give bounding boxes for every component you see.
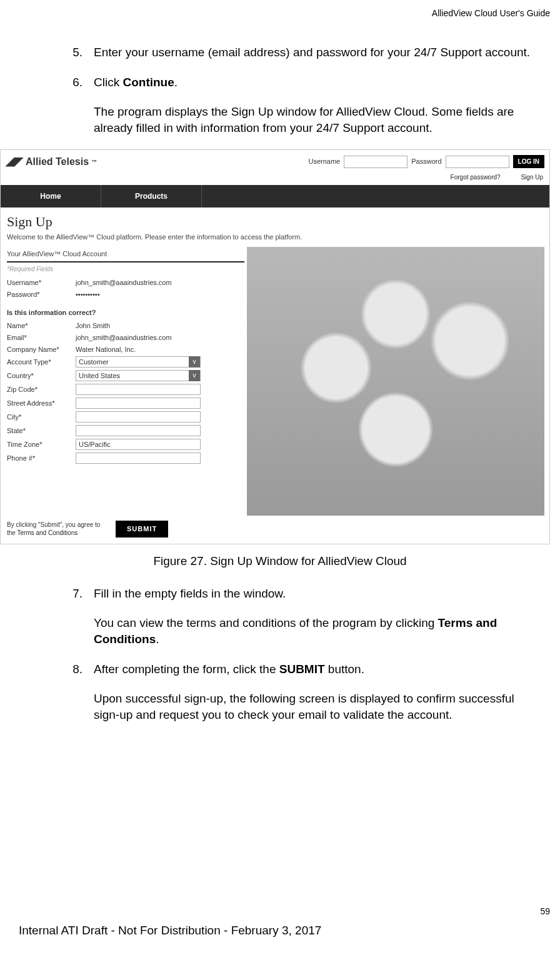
step-text: The program displays the Sign Up window … — [94, 104, 541, 136]
submit-area: By clicking "Submit", you agree to the T… — [1, 516, 549, 544]
row-timezone: Time Zone* US/Pacific — [7, 438, 244, 451]
row-city: City* — [7, 410, 244, 424]
step-text: After completing the form, click the SUB… — [94, 661, 541, 678]
step-number: 8. — [19, 661, 94, 723]
nav-home[interactable]: Home — [1, 185, 101, 208]
welcome-text: Welcome to the AlliedView™ Cloud platfor… — [1, 231, 549, 247]
street-input[interactable] — [76, 398, 201, 409]
required-note: *Required Fields — [7, 265, 244, 274]
terms-note: By clicking "Submit", you agree to the T… — [7, 521, 107, 538]
section-confirm: Is this information correct? — [7, 308, 244, 318]
row-name: Name* John Smith — [7, 320, 244, 332]
login-button[interactable]: LOG IN — [513, 155, 544, 169]
username-input[interactable] — [344, 156, 408, 168]
timezone-input[interactable]: US/Pacific — [76, 439, 201, 450]
figure-27-signup-window: ◢◤ Allied Telesis™ Username Password LOG… — [0, 149, 550, 544]
forgot-password-link[interactable]: Forgot password? — [451, 174, 501, 181]
submit-button[interactable]: SUBMIT — [116, 521, 168, 538]
step-number: 5. — [19, 44, 94, 61]
signup-heading: Sign Up — [1, 208, 549, 231]
step-text: Fill in the empty fields in the window. — [94, 586, 541, 602]
nav-products[interactable]: Products — [101, 185, 202, 208]
chevron-down-icon: v — [189, 356, 200, 368]
row-username: Username* john_smith@aaaindustries.com — [7, 277, 244, 289]
step-5: 5. Enter your username (email address) a… — [19, 44, 541, 61]
brand-logo: ◢◤ Allied Telesis™ — [6, 154, 97, 169]
zip-input[interactable] — [76, 384, 201, 395]
row-street: Street Address* — [7, 396, 244, 410]
step-number: 6. — [19, 74, 94, 136]
draft-notice: Internal ATI Draft - Not For Distributio… — [19, 922, 321, 939]
chevron-down-icon: v — [189, 370, 200, 381]
step-number: 7. — [19, 586, 94, 648]
step-text: Upon successful sign-up, the following s… — [94, 691, 541, 722]
row-password: Password* •••••••••• — [7, 289, 244, 301]
step-7: 7. Fill in the empty fields in the windo… — [19, 586, 541, 648]
signup-form: Your AlliedView™ Cloud Account *Required… — [1, 247, 244, 516]
page-number: 59 — [540, 906, 550, 918]
account-type-select[interactable]: Customerv — [76, 356, 201, 368]
login-links: Forgot password? Sign Up — [1, 173, 549, 186]
logo-mark-icon: ◢◤ — [6, 154, 23, 169]
phone-input[interactable] — [76, 452, 201, 464]
running-header: AlliedView Cloud User's Guide — [0, 0, 560, 19]
row-account-type: Account Type* Customerv — [7, 355, 244, 369]
city-input[interactable] — [76, 411, 201, 422]
row-country: Country* United Statesv — [7, 369, 244, 382]
row-state: State* — [7, 424, 244, 438]
hero-image — [247, 247, 544, 516]
brand-bar: ◢◤ Allied Telesis™ Username Password LOG… — [1, 150, 549, 172]
row-zip: Zip Code* — [7, 382, 244, 396]
step-6: 6. Click Continue. The program displays … — [19, 74, 541, 136]
step-text: Click Continue. — [94, 74, 541, 91]
password-input[interactable] — [446, 156, 509, 168]
row-company: Company Name* Water National, Inc. — [7, 344, 244, 356]
step-text: You can view the terms and conditions of… — [94, 615, 541, 647]
row-email: Email* john_smith@aaaindustries.com — [7, 332, 244, 344]
figure-caption: Figure 27. Sign Up Window for AlliedView… — [0, 553, 560, 569]
step-text: Enter your username (email address) and … — [94, 44, 541, 61]
row-phone: Phone #* — [7, 451, 244, 465]
state-input[interactable] — [76, 425, 201, 436]
nav-bar: Home Products — [1, 185, 549, 208]
country-select[interactable]: United Statesv — [76, 370, 201, 381]
username-label: Username — [309, 157, 341, 166]
password-label: Password — [411, 157, 441, 166]
terms-link[interactable]: Terms and Conditions — [18, 529, 78, 536]
step-8: 8. After completing the form, click the … — [19, 661, 541, 723]
section-account: Your AlliedView™ Cloud Account — [7, 247, 244, 262]
signup-link[interactable]: Sign Up — [521, 174, 543, 181]
